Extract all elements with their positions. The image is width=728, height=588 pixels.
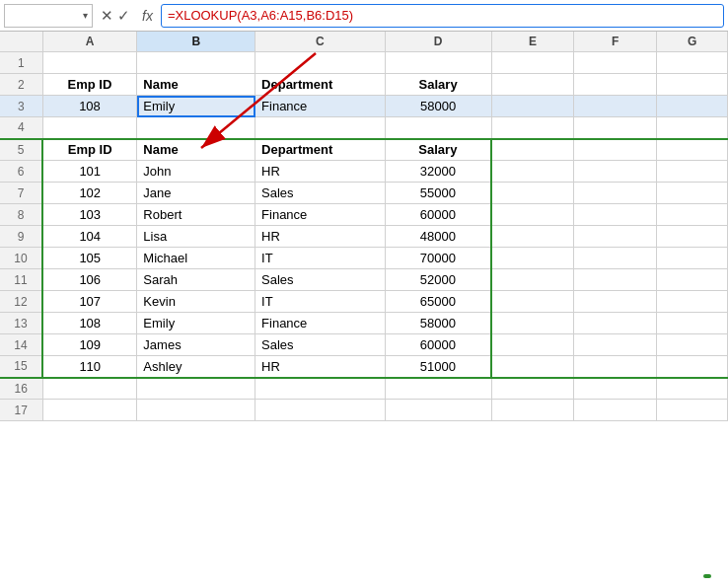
table-cell[interactable] xyxy=(574,226,657,248)
table-cell[interactable] xyxy=(574,334,657,356)
table-cell[interactable] xyxy=(385,52,491,74)
table-cell[interactable] xyxy=(657,378,728,400)
table-cell[interactable]: 60000 xyxy=(385,334,491,356)
formula-input[interactable] xyxy=(161,4,724,28)
table-cell[interactable]: 32000 xyxy=(385,161,491,183)
table-cell[interactable]: Emily xyxy=(137,96,255,117)
table-cell[interactable]: 108 xyxy=(42,96,137,117)
table-cell[interactable]: Salary xyxy=(385,139,491,161)
table-cell[interactable] xyxy=(574,248,657,269)
table-cell[interactable] xyxy=(137,117,255,139)
table-cell[interactable] xyxy=(491,52,574,74)
table-cell[interactable] xyxy=(657,74,728,96)
table-cell[interactable] xyxy=(491,161,574,183)
table-cell[interactable] xyxy=(657,117,728,139)
table-cell[interactable] xyxy=(491,378,574,400)
table-cell[interactable] xyxy=(385,400,491,421)
table-cell[interactable]: 60000 xyxy=(385,204,491,226)
table-cell[interactable]: 70000 xyxy=(385,248,491,269)
table-cell[interactable] xyxy=(574,74,657,96)
table-cell[interactable]: Michael xyxy=(137,248,255,269)
table-cell[interactable]: 107 xyxy=(42,291,137,313)
table-cell[interactable] xyxy=(574,400,657,421)
table-cell[interactable] xyxy=(491,117,574,139)
table-cell[interactable] xyxy=(491,204,574,226)
table-cell[interactable]: Finance xyxy=(255,96,386,117)
table-cell[interactable] xyxy=(574,269,657,291)
table-cell[interactable] xyxy=(657,226,728,248)
col-header-c[interactable]: C xyxy=(255,32,386,52)
table-cell[interactable]: Department xyxy=(255,139,386,161)
table-cell[interactable]: Kevin xyxy=(137,291,255,313)
table-cell[interactable]: IT xyxy=(255,248,386,269)
table-cell[interactable] xyxy=(491,334,574,356)
table-cell[interactable] xyxy=(255,117,386,139)
table-cell[interactable]: Name xyxy=(137,74,255,96)
table-cell[interactable]: 105 xyxy=(42,248,137,269)
table-cell[interactable] xyxy=(657,139,728,161)
table-cell[interactable] xyxy=(255,378,386,400)
table-cell[interactable]: John xyxy=(137,161,255,183)
table-cell[interactable] xyxy=(491,139,574,161)
table-cell[interactable] xyxy=(574,378,657,400)
confirm-icon[interactable]: ✓ xyxy=(117,7,130,25)
table-cell[interactable] xyxy=(491,74,574,96)
table-cell[interactable]: 48000 xyxy=(385,226,491,248)
table-cell[interactable] xyxy=(657,161,728,183)
table-cell[interactable] xyxy=(42,117,137,139)
table-cell[interactable]: Finance xyxy=(255,313,386,334)
table-cell[interactable]: Department xyxy=(255,74,386,96)
table-cell[interactable]: 108 xyxy=(42,313,137,334)
table-cell[interactable] xyxy=(491,226,574,248)
table-cell[interactable] xyxy=(657,248,728,269)
table-cell[interactable] xyxy=(657,96,728,117)
table-cell[interactable]: James xyxy=(137,334,255,356)
table-cell[interactable]: Emp ID xyxy=(42,139,137,161)
table-cell[interactable] xyxy=(491,183,574,204)
table-cell[interactable] xyxy=(657,313,728,334)
table-cell[interactable] xyxy=(255,52,386,74)
table-cell[interactable] xyxy=(137,400,255,421)
table-cell[interactable] xyxy=(657,269,728,291)
table-cell[interactable]: Sales xyxy=(255,269,386,291)
table-cell[interactable] xyxy=(574,291,657,313)
table-cell[interactable] xyxy=(574,356,657,378)
table-cell[interactable]: 101 xyxy=(42,161,137,183)
table-cell[interactable]: Sales xyxy=(255,334,386,356)
table-cell[interactable] xyxy=(42,400,137,421)
table-cell[interactable]: HR xyxy=(255,161,386,183)
table-cell[interactable]: 51000 xyxy=(385,356,491,378)
table-cell[interactable] xyxy=(657,400,728,421)
table-cell[interactable] xyxy=(385,378,491,400)
table-cell[interactable]: HR xyxy=(255,356,386,378)
table-cell[interactable]: 110 xyxy=(42,356,137,378)
table-cell[interactable]: Name xyxy=(137,139,255,161)
table-cell[interactable] xyxy=(491,291,574,313)
table-cell[interactable]: 65000 xyxy=(385,291,491,313)
table-cell[interactable] xyxy=(42,378,137,400)
cancel-icon[interactable]: ✕ xyxy=(101,7,113,25)
col-header-a[interactable]: A xyxy=(42,32,137,52)
col-header-b[interactable]: B xyxy=(137,32,255,52)
table-cell[interactable]: IT xyxy=(255,291,386,313)
table-cell[interactable]: 52000 xyxy=(385,269,491,291)
table-cell[interactable]: Robert xyxy=(137,204,255,226)
table-cell[interactable] xyxy=(491,269,574,291)
table-cell[interactable]: Salary xyxy=(385,74,491,96)
table-cell[interactable]: HR xyxy=(255,226,386,248)
table-cell[interactable]: 102 xyxy=(42,183,137,204)
name-box[interactable]: ▾ xyxy=(4,4,93,28)
table-cell[interactable] xyxy=(574,313,657,334)
table-cell[interactable] xyxy=(491,400,574,421)
table-cell[interactable]: 104 xyxy=(42,226,137,248)
table-cell[interactable] xyxy=(574,52,657,74)
table-cell[interactable] xyxy=(657,52,728,74)
col-header-e[interactable]: E xyxy=(491,32,574,52)
table-cell[interactable]: Emily xyxy=(137,313,255,334)
table-cell[interactable]: Sales xyxy=(255,183,386,204)
table-cell[interactable]: 106 xyxy=(42,269,137,291)
table-cell[interactable] xyxy=(137,378,255,400)
table-cell[interactable] xyxy=(574,161,657,183)
table-cell[interactable] xyxy=(657,291,728,313)
table-cell[interactable]: Sarah xyxy=(137,269,255,291)
